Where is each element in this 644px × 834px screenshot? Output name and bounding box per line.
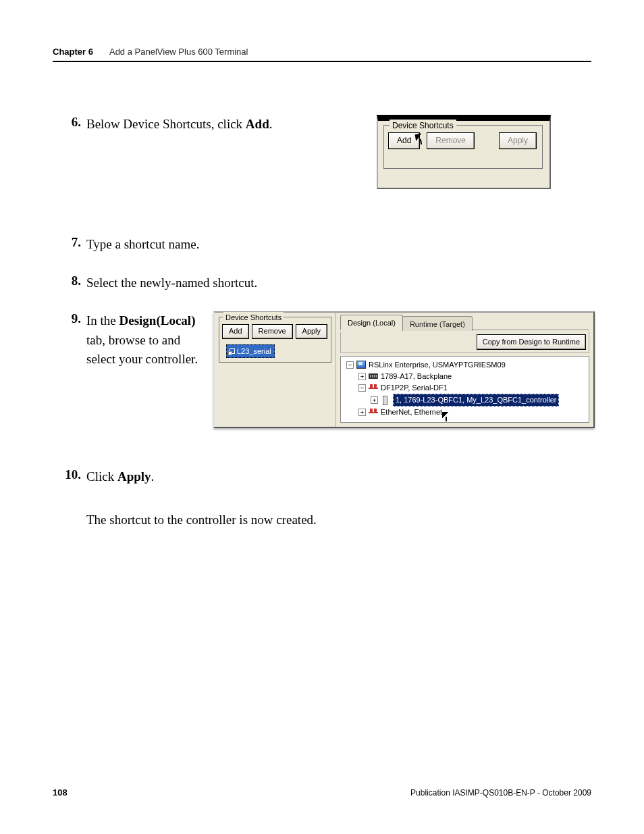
step-6: 6. Below Device Shortcuts, click Add. De…: [53, 115, 591, 189]
step-8-text: Select the newly-named shortcut.: [86, 273, 591, 293]
tree-label: RSLinx Enterprise, USMAYPTGRIESM09: [369, 359, 506, 371]
device-shortcuts-panel: Device Shortcuts Add Remove Apply: [377, 115, 551, 189]
step-number: 7.: [53, 235, 86, 255]
remove-button[interactable]: Remove: [427, 132, 475, 149]
bold-text: Design(Local): [119, 313, 196, 328]
shortcut-name: L23_serial: [237, 347, 271, 355]
device-tree[interactable]: − RSLinx Enterprise, USMAYPTGRIESM09 + 1…: [340, 356, 589, 423]
step-10-text: Click Apply.: [86, 467, 591, 487]
apply-button[interactable]: Apply: [499, 132, 537, 149]
step-number: 10.: [53, 467, 86, 487]
text: .: [269, 117, 273, 131]
text: tab, browse to and select your controlle…: [86, 333, 198, 367]
tree-node-ethernet[interactable]: + EtherNet, Ethernet: [342, 407, 587, 418]
bold-text: Apply: [117, 469, 151, 484]
shortcut-icon: [230, 348, 235, 354]
step-9-text: In the Design(Local) tab, browse to and …: [86, 311, 201, 369]
expand-icon[interactable]: +: [371, 396, 378, 404]
step-6-text: Below Device Shortcuts, click Add.: [86, 115, 356, 134]
device-shortcuts-fieldset: Device Shortcuts Add Remove Apply: [383, 125, 543, 169]
publication-info: Publication IASIMP-QS010B-EN-P - October…: [410, 788, 591, 798]
tree-label-selected: 1, 1769-L23-QBFC1, My_L23_QBFC1_controll…: [393, 394, 559, 407]
tree-node-serial[interactable]: − DF1P2P, Serial-DF1: [342, 382, 587, 394]
controller-icon: [381, 396, 390, 404]
tab-design-local[interactable]: Design (Local): [340, 315, 403, 331]
tab-strip: Design (Local) Runtime (Target): [340, 315, 589, 330]
step-number: 9.: [53, 311, 86, 428]
expand-icon[interactable]: +: [358, 373, 366, 380]
tree-label: EtherNet, Ethernet: [381, 407, 442, 418]
device-shortcuts-fieldset-2: Device Shortcuts Add Remove Apply L23_se…: [219, 317, 331, 363]
tree-label: 1789-A17, Backplane: [381, 371, 452, 382]
shortcut-list-item[interactable]: L23_serial: [226, 344, 275, 359]
backplane-icon: [369, 372, 378, 380]
computer-icon: [356, 361, 366, 369]
chapter-title: Add a PanelView Plus 600 Terminal: [109, 47, 248, 57]
text: .: [151, 469, 155, 484]
chapter-label: Chapter 6: [53, 47, 93, 57]
step-7: 7. Type a shortcut name.: [53, 235, 591, 255]
page-number: 108: [53, 787, 68, 798]
step-9: 9. In the Design(Local) tab, browse to a…: [53, 311, 591, 428]
collapse-icon[interactable]: −: [358, 384, 366, 392]
step-number: 6.: [53, 115, 86, 189]
fieldset-legend: Device Shortcuts: [390, 120, 456, 132]
comm-setup-panel: Device Shortcuts Add Remove Apply L23_se…: [213, 311, 595, 428]
followup-text: The shortcut to the controller is now cr…: [86, 511, 591, 530]
step-10: 10. Click Apply.: [53, 467, 591, 487]
network-icon: [369, 408, 378, 416]
tab-runtime-target[interactable]: Runtime (Target): [402, 316, 473, 332]
apply-button[interactable]: Apply: [296, 324, 328, 339]
expand-icon[interactable]: +: [358, 409, 366, 416]
page-footer: 108 Publication IASIMP-QS010B-EN-P - Oct…: [53, 787, 591, 798]
tree-root[interactable]: − RSLinx Enterprise, USMAYPTGRIESM09: [342, 359, 587, 371]
step-number: 8.: [53, 273, 86, 293]
step-7-text: Type a shortcut name.: [86, 235, 591, 255]
copy-design-to-runtime-button[interactable]: Copy from Design to Runtime: [477, 334, 586, 350]
add-button[interactable]: Add: [222, 324, 249, 339]
text: Below Device Shortcuts, click: [86, 117, 246, 131]
tree-node-controller-selected[interactable]: + 1, 1769-L23-QBFC1, My_L23_QBFC1_contro…: [342, 394, 587, 407]
collapse-icon[interactable]: −: [346, 361, 354, 369]
tree-label: DF1P2P, Serial-DF1: [381, 382, 448, 394]
remove-button[interactable]: Remove: [252, 324, 293, 339]
text: In the: [86, 313, 119, 328]
tree-node-backplane[interactable]: + 1789-A17, Backplane: [342, 371, 587, 382]
step-8: 8. Select the newly-named shortcut.: [53, 273, 591, 293]
bold-text: Add: [246, 117, 269, 131]
header-rule: [53, 61, 591, 62]
fieldset-legend: Device Shortcuts: [223, 312, 284, 323]
network-icon: [369, 384, 378, 392]
text: Click: [86, 469, 117, 484]
